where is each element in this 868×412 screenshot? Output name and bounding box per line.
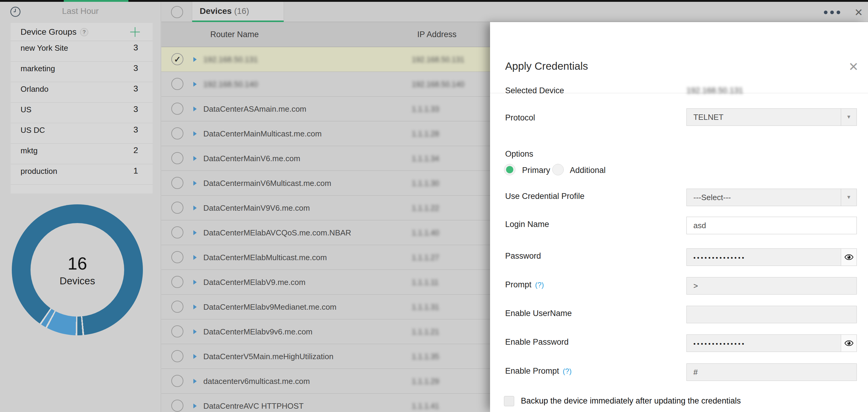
expand-arrow-icon[interactable]	[193, 230, 197, 235]
donut-device-label: Devices	[60, 275, 95, 287]
expand-arrow-icon[interactable]	[193, 82, 197, 87]
group-name: new York Site	[21, 43, 68, 53]
expand-arrow-icon[interactable]	[193, 255, 197, 260]
row-checkbox[interactable]	[171, 375, 183, 387]
router-name-cell: DataCentermainV6Multicast.me.com	[203, 171, 331, 196]
expand-arrow-icon[interactable]	[193, 57, 197, 62]
row-checkbox[interactable]	[171, 227, 183, 238]
donut-center: 16 Devices	[31, 223, 124, 317]
ip-address-cell: 1.1.1.27	[412, 245, 439, 270]
group-name: marketing	[21, 64, 55, 73]
expand-arrow-icon[interactable]	[193, 206, 197, 210]
expand-arrow-icon[interactable]	[193, 354, 197, 359]
options-label: Options	[505, 149, 533, 159]
prompt-help-icon[interactable]: (?)	[531, 281, 544, 289]
router-name-cell: DataCenterMElabAVCQoS.me.com.NBAR	[203, 220, 351, 245]
chevron-down-icon[interactable]: ▼	[841, 109, 857, 126]
enable-prompt-input[interactable]: #	[686, 364, 857, 381]
tab-devices-label: Devices(16)	[200, 2, 249, 21]
radio-primary[interactable]	[504, 164, 516, 175]
prompt-input[interactable]: >	[686, 277, 857, 295]
row-checkbox[interactable]	[171, 103, 183, 115]
enable-username-label: Enable UserName	[505, 309, 572, 318]
router-name-cell: DataCenterMElabv9Medianet.me.com	[203, 295, 337, 319]
panel-close-icon[interactable]: ✕	[847, 61, 860, 73]
expand-arrow-icon[interactable]	[193, 131, 197, 136]
loading-progress-segment	[64, 0, 128, 2]
row-checkbox[interactable]	[171, 177, 183, 189]
select-all-checkbox[interactable]	[171, 6, 183, 18]
expand-arrow-icon[interactable]	[193, 156, 197, 161]
radio-additional[interactable]	[552, 164, 564, 175]
device-group-row[interactable]: new York Site 3	[10, 41, 153, 62]
group-count: 3	[133, 63, 138, 73]
radio-additional-label[interactable]: Additional	[570, 166, 606, 175]
row-checkbox[interactable]	[171, 350, 183, 362]
credential-profile-dropdown[interactable]: ---Select--- ▼	[686, 188, 857, 206]
enable-username-input[interactable]	[686, 306, 857, 323]
chevron-down-icon[interactable]: ▼	[841, 189, 857, 206]
enable-password-input[interactable]: ••••••••••••••	[686, 335, 857, 352]
ip-address-cell: 1.1.1.30	[412, 171, 439, 196]
device-group-row[interactable]: mktg 2	[10, 144, 153, 164]
device-group-row[interactable]: US 3	[10, 103, 153, 123]
device-group-row[interactable]: Orlando 3	[10, 82, 153, 103]
sidebar: Last Hour Device Groups ? new York Site …	[0, 2, 161, 412]
row-checkbox[interactable]	[171, 152, 183, 164]
group-count: 2	[133, 145, 138, 155]
expand-arrow-icon[interactable]	[193, 379, 197, 384]
device-group-row[interactable]: production 1	[10, 164, 153, 185]
expand-arrow-icon[interactable]	[193, 107, 197, 111]
ip-address-cell: 192.168.50.140	[412, 72, 464, 97]
row-checkbox[interactable]	[171, 78, 183, 90]
ip-address-cell: 1.1.1.40	[412, 220, 439, 245]
enable-prompt-help-icon[interactable]: (?)	[559, 367, 571, 375]
expand-arrow-icon[interactable]	[193, 329, 197, 334]
device-group-row[interactable]: marketing 3	[10, 62, 153, 82]
row-checkbox[interactable]	[171, 202, 183, 214]
backup-checkbox[interactable]	[504, 396, 514, 406]
group-bar	[21, 75, 137, 80]
password-label: Password	[505, 251, 541, 261]
expand-arrow-icon[interactable]	[193, 280, 197, 285]
backup-checkbox-label[interactable]: Backup the device immediately after upda…	[521, 396, 741, 406]
devices-donut-chart[interactable]: 16 Devices	[12, 204, 143, 335]
time-filter-label[interactable]: Last Hour	[0, 2, 161, 21]
ip-address-cell: 192.168.50.131	[412, 47, 464, 72]
protocol-label: Protocol	[505, 113, 535, 123]
expand-arrow-icon[interactable]	[193, 305, 197, 309]
protocol-dropdown[interactable]: TELNET ▼	[686, 108, 857, 126]
radio-primary-label[interactable]: Primary	[522, 166, 550, 175]
help-badge-icon[interactable]: ?	[80, 28, 88, 36]
tab-devices[interactable]: Devices(16)	[192, 2, 284, 22]
row-checkbox[interactable]	[171, 127, 183, 139]
row-checkbox[interactable]	[171, 301, 183, 313]
row-checkbox-checked[interactable]: ✓	[171, 53, 183, 65]
password-input[interactable]: ••••••••••••••	[686, 248, 857, 266]
row-checkbox[interactable]	[171, 251, 183, 263]
device-groups-card: Device Groups ? new York Site 3 marketin…	[10, 23, 153, 194]
row-checkbox[interactable]	[171, 400, 183, 412]
enable-prompt-label: Enable Prompt(?)	[505, 367, 571, 376]
apply-credentials-panel: Apply Credentials ✕ Selected Device 192.…	[490, 22, 868, 412]
router-name-cell: DataCentreAVC HTTPHOST	[203, 393, 304, 412]
router-name-cell: DataCenterMElabv9v6.me.com	[203, 319, 312, 344]
donut-device-count: 16	[68, 253, 87, 273]
expand-arrow-icon[interactable]	[193, 181, 197, 185]
row-checkbox[interactable]	[171, 325, 183, 338]
more-options-icon[interactable]	[824, 10, 840, 15]
add-device-group-button[interactable]	[130, 27, 140, 37]
group-bar	[21, 178, 137, 182]
ip-address-cell: 1.1.1.22	[412, 196, 439, 220]
column-header-router-name[interactable]: Router Name	[210, 22, 259, 47]
row-checkbox[interactable]	[171, 276, 183, 288]
show-password-eye-icon[interactable]	[841, 249, 857, 266]
expand-arrow-icon[interactable]	[193, 404, 197, 408]
credential-profile-value: ---Select---	[693, 193, 731, 202]
login-name-input[interactable]	[686, 217, 857, 234]
view-close-icon[interactable]: ✕	[854, 7, 864, 18]
show-password-eye-icon[interactable]	[841, 335, 857, 352]
column-header-ip-address[interactable]: IP Address	[417, 22, 457, 47]
device-group-row[interactable]: US DC 3	[10, 123, 153, 144]
group-name: Orlando	[21, 84, 49, 94]
